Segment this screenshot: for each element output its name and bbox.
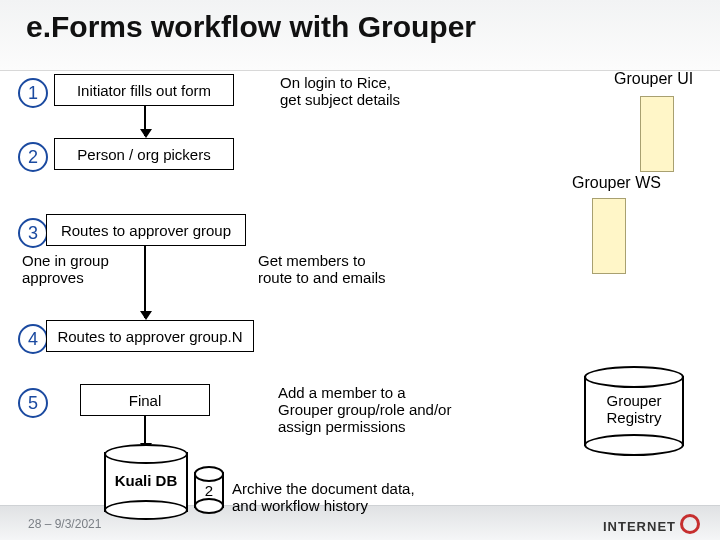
small-db-cylinder: 2 — [194, 472, 224, 508]
grouper-ui-label: Grouper UI — [614, 70, 693, 88]
slide-title: e.Forms workflow with Grouper — [26, 10, 476, 44]
step-3-circle: 3 — [18, 218, 48, 248]
kuali-db-label: Kuali DB — [104, 472, 188, 489]
slide: e.Forms workflow with Grouper Grouper UI… — [0, 0, 720, 540]
step-5-box: Final — [80, 384, 210, 416]
logo-ring-icon — [680, 514, 700, 534]
step-4-box: Routes to approver group.N — [46, 320, 254, 352]
step-5-circle: 5 — [18, 388, 48, 418]
grouper-registry-cylinder: Grouper Registry — [584, 376, 684, 446]
grouper-registry-label: Grouper Registry — [584, 392, 684, 426]
grouper-ws-box — [592, 198, 626, 274]
small-db-label: 2 — [194, 482, 224, 499]
step-1-circle: 1 — [18, 78, 48, 108]
arrow-1-2 — [144, 106, 146, 136]
grouper-ui-box — [640, 96, 674, 172]
step-2-box: Person / org pickers — [54, 138, 234, 170]
desc-add-member: Add a member to a Grouper group/role and… — [278, 384, 451, 435]
internet2-logo: INTERNET — [603, 514, 700, 534]
step-1-box: Initiator fills out form — [54, 74, 234, 106]
desc-archive: Archive the document data, and workflow … — [232, 480, 415, 514]
grouper-ws-label: Grouper WS — [572, 174, 661, 192]
desc-one-in-group: One in group approves — [22, 252, 109, 286]
desc-login: On login to Rice, get subject details — [280, 74, 400, 108]
step-3-box: Routes to approver group — [46, 214, 246, 246]
kuali-db-cylinder: Kuali DB — [104, 452, 188, 512]
logo-text: INTERNET — [603, 519, 676, 534]
desc-get-members: Get members to route to and emails — [258, 252, 386, 286]
arrow-3-4 — [144, 246, 146, 318]
step-2-circle: 2 — [18, 142, 48, 172]
step-4-circle: 4 — [18, 324, 48, 354]
footer-text: 28 – 9/3/2021 — [28, 517, 101, 531]
